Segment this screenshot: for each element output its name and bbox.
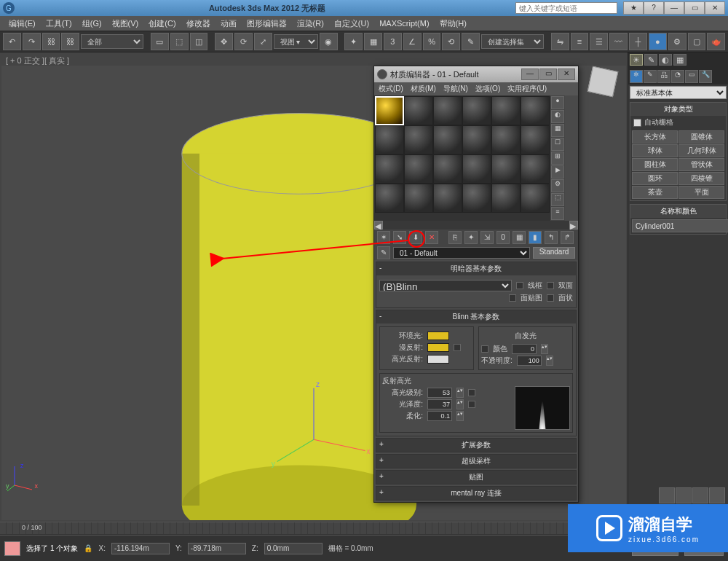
selfillum-spinner[interactable] [512, 344, 537, 354]
sample-type-icon[interactable]: ● [551, 96, 564, 109]
mateffect-icon[interactable]: 0 [496, 231, 510, 244]
btn-plane[interactable]: 平面 [678, 186, 724, 199]
matlib-icon[interactable]: ≡ [551, 207, 564, 220]
menu-maxscript[interactable]: MAXScript(M) [375, 17, 433, 29]
mat-slot-4[interactable] [462, 96, 491, 125]
toggle-d-icon[interactable]: ▦ [673, 54, 687, 66]
coord-z[interactable] [264, 543, 323, 554]
btn-cone[interactable]: 圆锥体 [678, 130, 724, 144]
gloss-spinner[interactable] [427, 399, 452, 409]
select-by-mat-icon[interactable]: ⬚ [551, 193, 564, 206]
render-setup-icon[interactable]: ⚙ [668, 33, 687, 50]
btn-teapot[interactable]: 茶壶 [632, 186, 678, 199]
uvtile-icon[interactable]: ☐ [551, 138, 564, 151]
menu-help[interactable]: 帮助(H) [435, 17, 471, 31]
manip-icon[interactable]: ✦ [344, 33, 363, 50]
facemap-checkbox[interactable] [509, 294, 516, 302]
tab-create[interactable]: ✲ [630, 70, 643, 83]
pick-icon[interactable]: ✎ [377, 246, 390, 259]
mat-slot-11[interactable] [491, 125, 521, 154]
toggle-c-icon[interactable]: ◐ [659, 54, 672, 66]
help-search-input[interactable] [515, 2, 617, 14]
select-icon[interactable]: ▭ [151, 33, 169, 50]
mat-slot-6[interactable] [521, 96, 550, 125]
mat-menu-options[interactable]: 选项(O) [475, 84, 500, 94]
material-editor-icon[interactable]: ● [649, 33, 667, 50]
mat-slot-2[interactable] [404, 96, 433, 125]
menu-edit[interactable]: 编辑(E) [4, 17, 40, 31]
mat-slot-5[interactable] [491, 96, 521, 125]
align-icon[interactable]: ≡ [571, 33, 589, 50]
backlight-icon[interactable]: ◐ [551, 110, 564, 123]
btn-a[interactable]: ★ [623, 1, 644, 15]
mat-min[interactable]: — [521, 68, 539, 80]
assign-to-selection-icon[interactable]: ⬇ [409, 231, 422, 244]
menu-anim[interactable]: 动画 [216, 17, 241, 31]
mat-slot-13[interactable] [375, 154, 404, 184]
put-to-scene-icon[interactable]: ➘ [393, 231, 406, 244]
background-icon[interactable]: ▦ [551, 124, 564, 137]
layers-icon[interactable]: ☰ [590, 33, 608, 50]
speclevel-spinner[interactable] [427, 388, 452, 398]
filter-dropdown[interactable]: 全部 [81, 34, 143, 49]
mat-slot-23[interactable] [491, 184, 521, 213]
show-in-vp-icon[interactable]: ▦ [513, 231, 526, 244]
nav-zoomext-icon[interactable] [692, 487, 708, 503]
menu-render[interactable]: 渲染(R) [293, 17, 328, 31]
mat-max[interactable]: ▭ [539, 68, 557, 80]
selfillum-check[interactable] [481, 345, 488, 353]
rollout-extended[interactable]: +扩展参数 [376, 439, 576, 452]
autogrid-checkbox[interactable] [633, 119, 641, 127]
refcoord-dropdown[interactable]: 视图 ▾ [274, 34, 318, 49]
mat-slot-15[interactable] [433, 154, 462, 184]
viewport-label[interactable]: [ + 0 正交 ][ 真实 ] [6, 55, 69, 66]
undo-icon[interactable]: ↶ [3, 33, 21, 50]
faceted-checkbox[interactable] [547, 294, 554, 302]
window-close[interactable]: ✕ [705, 1, 725, 15]
soften-spinner[interactable] [427, 411, 452, 421]
tab-display[interactable]: ▭ [685, 70, 698, 83]
mat-slot-16[interactable] [462, 154, 491, 184]
mat-slot-9[interactable] [433, 125, 462, 154]
btn-geosphere[interactable]: 几何球体 [678, 144, 724, 157]
menu-create[interactable]: 创建(C) [144, 17, 180, 31]
mat-title-bar[interactable]: 材质编辑器 - 01 - Default — ▭ ✕ [374, 66, 578, 82]
mat-close[interactable]: ✕ [558, 68, 575, 80]
mat-hscroll[interactable]: ◀▶ [374, 221, 578, 230]
curve-icon[interactable]: 〰 [609, 33, 628, 50]
mat-slot-21[interactable] [433, 184, 462, 213]
mat-slot-8[interactable] [404, 125, 433, 154]
diffuse-map-btn[interactable] [454, 344, 461, 351]
viewcube[interactable] [585, 64, 620, 99]
mat-menu-mode[interactable]: 模式(D) [379, 84, 403, 94]
make-copy-icon[interactable]: ⎘ [448, 231, 462, 244]
mat-slot-18[interactable] [521, 154, 550, 184]
select-region-icon[interactable]: ⬚ [170, 33, 189, 50]
options-icon[interactable]: ⚙ [551, 179, 564, 192]
mat-slot-14[interactable] [404, 154, 433, 184]
opacity-spinner[interactable] [517, 356, 542, 366]
go-parent-icon[interactable]: ↰ [545, 231, 558, 244]
diffuse-swatch[interactable] [427, 343, 449, 352]
editnamed-icon[interactable]: ✎ [462, 33, 480, 50]
menu-tools[interactable]: 工具(T) [41, 17, 76, 31]
menu-custom[interactable]: 自定义(U) [330, 17, 373, 31]
preview-icon[interactable]: ▶ [551, 165, 564, 178]
rollout-maps[interactable]: +贴图 [376, 471, 576, 484]
nav-pan-icon[interactable] [659, 487, 675, 503]
mat-menu-nav[interactable]: 导航(N) [443, 84, 468, 94]
material-name-dropdown[interactable]: 01 - Default [393, 247, 530, 259]
move-icon[interactable]: ✥ [215, 33, 233, 50]
mat-slot-1[interactable] [375, 96, 404, 125]
mat-slot-12[interactable] [521, 125, 550, 154]
btn-sphere[interactable]: 球体 [632, 144, 678, 157]
mat-slot-17[interactable] [491, 154, 521, 184]
keymode-icon[interactable]: ▦ [364, 33, 382, 50]
menu-view[interactable]: 视图(V) [108, 17, 143, 31]
coord-y[interactable] [188, 543, 246, 554]
window-max[interactable]: ▭ [684, 1, 705, 15]
get-material-icon[interactable]: ✶ [377, 231, 390, 244]
toggle-b-icon[interactable]: ✎ [644, 54, 657, 66]
tab-modify[interactable]: ✎ [644, 70, 657, 83]
show-end-icon[interactable]: ▮ [529, 231, 542, 244]
